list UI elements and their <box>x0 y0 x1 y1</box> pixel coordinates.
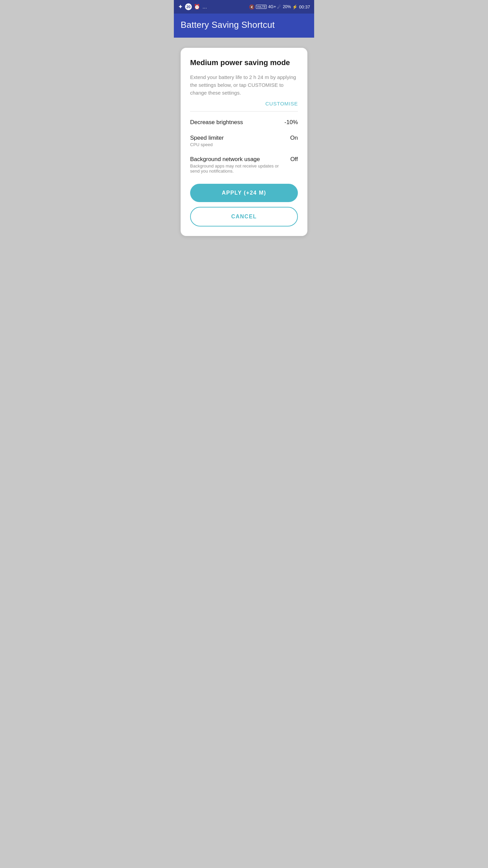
notification-count: 20 <box>185 3 192 10</box>
brightness-label: Decrease brightness <box>190 119 243 125</box>
divider <box>190 111 298 112</box>
dialog-description: Extend your battery life to 2 h 24 m by … <box>190 73 298 97</box>
speed-label-group: Speed limiter CPU speed <box>190 135 286 147</box>
speed-value: On <box>290 135 298 141</box>
speed-label: Speed limiter <box>190 135 224 141</box>
network-label: Background network usage <box>190 156 260 162</box>
status-bar-right: 🔇 VoLTE 4G+ ☄ 20% ⚡ 00:37 <box>249 4 310 9</box>
setting-row-brightness: Decrease brightness -10% <box>190 119 298 126</box>
more-options-icon[interactable]: … <box>202 4 207 9</box>
alarm-icon: ⏰ <box>194 4 200 10</box>
page-title: Battery Saving Shortcut <box>181 20 307 30</box>
volte-badge: VoLTE <box>256 5 267 9</box>
time: 00:37 <box>299 4 310 9</box>
network-sublabel: Background apps may not receive updates … <box>190 163 286 174</box>
network-value: Off <box>290 156 298 163</box>
apply-button[interactable]: APPLY (+24 m) <box>190 184 298 202</box>
main-content: Medium power saving mode Extend your bat… <box>174 38 314 250</box>
app-icon: ✦ <box>178 3 183 11</box>
network-label-group: Background network usage Background apps… <box>190 156 286 174</box>
setting-row-speed: Speed limiter CPU speed On <box>190 135 298 147</box>
setting-row-network: Background network usage Background apps… <box>190 156 298 174</box>
network-type: 4G+ <box>268 4 276 9</box>
signal-icon: ☄ <box>277 4 281 9</box>
status-bar-left: ✦ 20 ⏰ … <box>178 3 207 11</box>
customise-button[interactable]: CUSTOMISE <box>190 101 298 111</box>
status-bar: ✦ 20 ⏰ … 🔇 VoLTE 4G+ ☄ 20% ⚡ 00:37 <box>174 0 314 14</box>
battery-percentage: 20% <box>283 4 291 9</box>
dialog-title: Medium power saving mode <box>190 58 298 68</box>
dialog-card: Medium power saving mode Extend your bat… <box>181 48 307 236</box>
speed-sublabel: CPU speed <box>190 142 286 147</box>
brightness-label-group: Decrease brightness <box>190 119 280 126</box>
app-bar: Battery Saving Shortcut <box>174 14 314 38</box>
mute-icon: 🔇 <box>249 4 255 9</box>
brightness-value: -10% <box>284 119 298 126</box>
battery-icon: ⚡ <box>292 4 298 9</box>
cancel-button[interactable]: CANCEL <box>190 207 298 226</box>
